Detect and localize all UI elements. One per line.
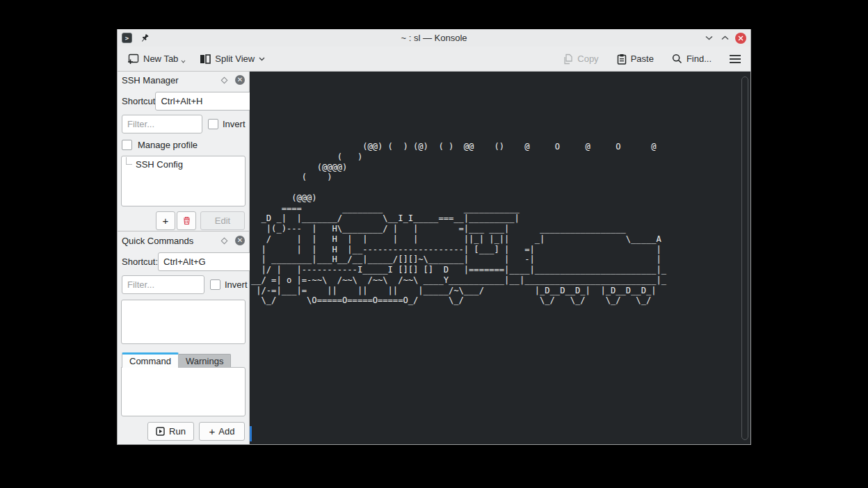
ssh-manager-panel: SSH Manager ✕ Shortcut Invert Manage pro… <box>118 72 249 231</box>
chevron-down-icon <box>259 57 265 61</box>
new-tab-label: New Tab <box>143 54 178 64</box>
qc-command-editor[interactable] <box>121 367 246 416</box>
close-panel-icon[interactable]: ✕ <box>235 236 245 245</box>
run-icon <box>156 427 165 436</box>
sidebar: SSH Manager ✕ Shortcut Invert Manage pro… <box>118 72 250 444</box>
close-panel-icon[interactable]: ✕ <box>235 75 245 85</box>
add-label: Add <box>218 426 234 437</box>
titlebar[interactable]: > ~ : sl — Konsole <box>118 29 750 47</box>
ssh-add-button[interactable]: + <box>156 211 175 230</box>
shortcut-label: Shortcut <box>122 96 155 106</box>
run-label: Run <box>169 426 186 437</box>
paste-button[interactable]: Paste <box>613 51 658 67</box>
command-position-marker <box>250 426 252 441</box>
toolbar: New Tab Split View Copy Pa <box>118 47 750 72</box>
new-tab-button[interactable]: New Tab <box>123 51 190 67</box>
terminal-scrollbar[interactable] <box>741 76 748 440</box>
window-title: ~ : sl — Konsole <box>118 33 750 43</box>
paste-icon <box>617 54 627 65</box>
quick-commands-header: Quick Commands ✕ <box>122 232 245 249</box>
ssh-edit-button[interactable]: Edit <box>200 211 245 230</box>
split-view-label: Split View <box>215 54 255 64</box>
tab-new-icon <box>127 54 139 64</box>
qc-tabs: Command Warnings <box>122 352 245 367</box>
qc-filter-input[interactable] <box>122 275 204 294</box>
plus-icon: + <box>209 425 216 437</box>
plus-icon: + <box>163 215 169 227</box>
close-button[interactable] <box>735 33 746 44</box>
manage-profile-label: Manage profile <box>138 140 198 150</box>
hamburger-icon <box>730 55 741 63</box>
find-label: Find... <box>686 54 712 64</box>
tab-warnings[interactable]: Warnings <box>179 354 231 367</box>
menu-indicator-icon <box>181 60 186 63</box>
ssh-manager-header: SSH Manager ✕ <box>122 72 245 88</box>
find-button[interactable]: Find... <box>668 51 716 67</box>
ssh-manager-title: SSH Manager <box>122 75 222 86</box>
tab-warnings-label: Warnings <box>186 356 223 366</box>
trash-icon <box>183 216 191 225</box>
terminal-display[interactable]: (@@) ( ) (@) ( ) @@ () @ O @ O @ ( ) (@@… <box>250 72 750 444</box>
qc-run-button[interactable]: Run <box>147 422 194 441</box>
copy-icon <box>563 54 573 65</box>
ssh-invert-checkbox[interactable] <box>208 119 218 129</box>
tree-branch-icon <box>126 157 132 165</box>
qc-add-button[interactable]: + Add <box>199 422 245 441</box>
quick-commands-panel: Quick Commands ✕ Shortcut: Invert Comman <box>118 231 249 444</box>
ssh-filter-input[interactable] <box>122 115 202 133</box>
shortcut-label: Shortcut: <box>122 257 158 267</box>
ssh-tree[interactable]: SSH Config <box>121 156 246 206</box>
qc-command-list[interactable] <box>121 300 246 344</box>
konsole-window: > ~ : sl — Konsole New Tab <box>117 29 751 445</box>
manage-profile-checkbox[interactable] <box>122 140 132 150</box>
hamburger-menu-button[interactable] <box>725 52 745 66</box>
view-split-icon <box>200 54 211 64</box>
tab-command-label: Command <box>129 356 171 366</box>
tree-item-label: SSH Config <box>136 159 183 170</box>
float-panel-icon[interactable] <box>221 76 228 83</box>
float-panel-icon[interactable] <box>221 237 228 244</box>
edit-label: Edit <box>215 215 230 226</box>
maximize-button[interactable] <box>719 32 731 44</box>
minimize-button[interactable] <box>703 32 715 44</box>
qc-invert-checkbox[interactable] <box>210 279 220 290</box>
search-icon <box>672 54 682 64</box>
tab-command[interactable]: Command <box>122 352 179 368</box>
sl-ascii-train: (@@) ( ) (@) ( ) @@ () @ O @ O @ ( ) (@@… <box>250 72 750 306</box>
ssh-invert-label: Invert <box>223 119 246 129</box>
tree-item-ssh-config[interactable]: SSH Config <box>122 156 245 170</box>
copy-button[interactable]: Copy <box>558 51 602 67</box>
quick-commands-title: Quick Commands <box>122 236 222 246</box>
qc-invert-label: Invert <box>225 279 248 290</box>
ssh-delete-button[interactable] <box>177 211 196 230</box>
split-view-button[interactable]: Split View <box>195 51 269 67</box>
copy-label: Copy <box>577 54 598 64</box>
paste-label: Paste <box>631 54 654 64</box>
